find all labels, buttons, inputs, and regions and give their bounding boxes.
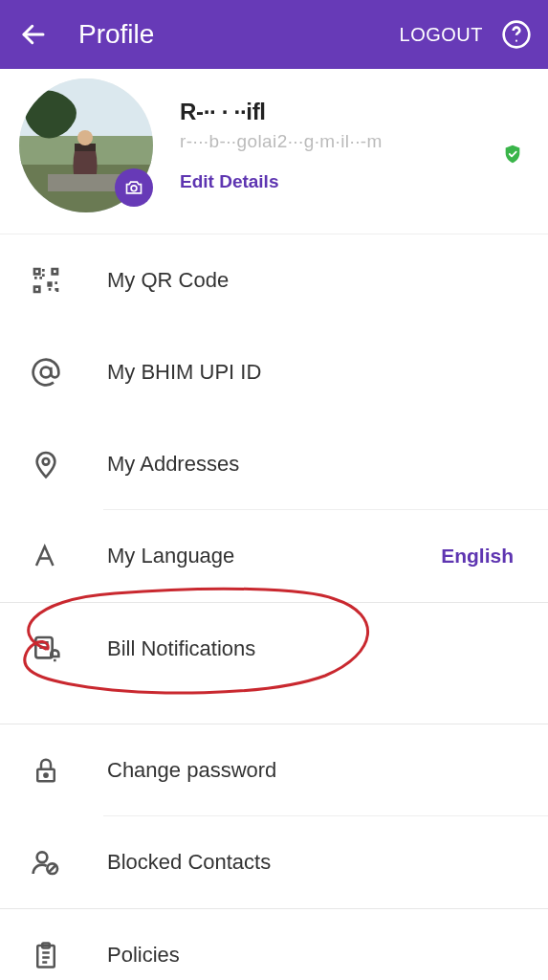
lock-icon [27, 751, 65, 790]
verified-shield-icon [502, 144, 523, 168]
svg-point-9 [131, 186, 137, 191]
menu-item-bill-notifications[interactable]: Bill Notifications [0, 603, 548, 695]
menu-list: My QR Code My BHIM UPI ID My Addresses M… [0, 234, 548, 980]
menu-label: Bill Notifications [107, 636, 521, 661]
clipboard-icon [27, 936, 65, 974]
menu-item-addresses[interactable]: My Addresses [0, 418, 548, 510]
page-title: Profile [78, 19, 154, 50]
menu-item-policies[interactable]: Policies [0, 909, 548, 980]
svg-point-14 [44, 773, 47, 776]
profile-email: r‐···b‐··golai2···g·m·il··‐m [180, 131, 383, 152]
qr-code-icon [27, 261, 65, 300]
menu-label: My Language [107, 544, 441, 568]
avatar-wrap [19, 78, 153, 212]
menu-label: Policies [107, 943, 521, 968]
menu-item-change-password[interactable]: Change password [0, 724, 548, 816]
svg-point-7 [77, 130, 93, 145]
location-pin-icon [27, 445, 65, 483]
profile-name: R‐·· · ··ifl [180, 99, 383, 125]
svg-point-15 [37, 852, 48, 862]
menu-label: My BHIM UPI ID [107, 360, 521, 385]
at-sign-icon [27, 353, 65, 391]
bill-notification-icon [27, 630, 65, 668]
menu-label: Change password [107, 758, 521, 783]
menu-label: My QR Code [107, 268, 521, 293]
svg-point-11 [43, 458, 50, 465]
menu-item-language[interactable]: My Language English [0, 510, 548, 602]
profile-info: R‐·· · ··ifl r‐···b‐··golai2···g·m·il··‐… [180, 99, 383, 192]
svg-point-10 [41, 368, 52, 378]
back-button[interactable] [13, 14, 54, 55]
menu-item-blocked-contacts[interactable]: Blocked Contacts [0, 816, 548, 908]
profile-card: R‐·· · ··ifl r‐···b‐··golai2···g·m·il··‐… [0, 69, 548, 234]
blocked-user-icon [27, 843, 65, 881]
edit-details-button[interactable]: Edit Details [180, 171, 383, 192]
menu-item-qr-code[interactable]: My QR Code [0, 234, 548, 326]
menu-item-upi-id[interactable]: My BHIM UPI ID [0, 326, 548, 418]
camera-icon[interactable] [115, 168, 153, 207]
app-header: Profile LOGOUT [0, 0, 548, 69]
language-icon [27, 537, 65, 575]
help-icon[interactable] [498, 16, 535, 53]
svg-point-2 [515, 40, 517, 42]
menu-label: Blocked Contacts [107, 850, 521, 875]
language-value: English [441, 545, 514, 568]
menu-label: My Addresses [107, 452, 521, 477]
logout-button[interactable]: LOGOUT [400, 24, 483, 46]
